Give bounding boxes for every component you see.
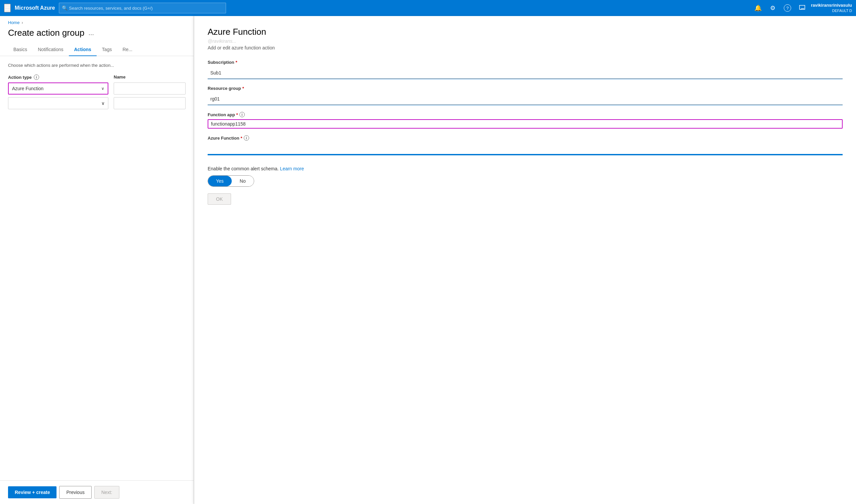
action-type-info-icon[interactable]: i <box>34 74 39 80</box>
tab-content: Choose which actions are performed when … <box>0 56 194 480</box>
right-panel: Azure Function @ravikirans... Add or edi… <box>194 16 856 504</box>
user-profile[interactable]: ravikiransrinivasulu DEFAULT D <box>811 3 852 13</box>
tab-tags[interactable]: Tags <box>97 43 117 56</box>
main-layout: Home › Create action group ... Basics No… <box>0 16 856 504</box>
action-type-dropdown-empty[interactable]: ∨ <box>8 97 108 109</box>
azure-function-field: Azure Function * i <box>208 135 843 155</box>
search-bar[interactable]: 🔍 <box>59 3 226 13</box>
action-type-header: Action type i <box>8 74 108 80</box>
action-type-dropdown[interactable]: Azure Function ∨ <box>8 83 108 94</box>
previous-button[interactable]: Previous <box>59 486 91 499</box>
azure-function-required: * <box>241 136 242 141</box>
function-app-required: * <box>236 112 238 117</box>
toggle-yes[interactable]: Yes <box>208 176 232 186</box>
function-app-field: Function app * i <box>208 112 843 129</box>
toggle-group: Yes No <box>208 175 254 187</box>
resource-group-input[interactable] <box>208 93 843 105</box>
function-app-highlight-box <box>208 119 843 129</box>
next-button: Next: <box>94 486 119 499</box>
left-panel: Home › Create action group ... Basics No… <box>0 16 194 504</box>
toggle-no[interactable]: No <box>232 176 254 186</box>
tab-actions[interactable]: Actions <box>69 43 97 56</box>
resource-group-required: * <box>242 86 244 91</box>
schema-label: Enable the common alert schema. Learn mo… <box>208 166 843 172</box>
tab-review[interactable]: Re... <box>117 43 138 56</box>
action-row-2: ∨ <box>8 97 186 109</box>
action-row-1: Azure Function ∨ <box>8 83 186 94</box>
schema-section: Enable the common alert schema. Learn mo… <box>208 166 843 205</box>
flyout-subtitle: Add or edit azure function action <box>208 45 843 50</box>
azure-function-info-icon[interactable]: i <box>244 135 249 141</box>
menu-icon[interactable]: ☰ <box>4 4 11 12</box>
subscription-required: * <box>235 60 237 65</box>
page-title: Create action group <box>8 28 84 38</box>
notifications-icon[interactable]: 🔔 <box>752 2 764 14</box>
page-title-row: Create action group ... <box>0 25 194 43</box>
function-app-input[interactable] <box>211 121 839 127</box>
function-app-info-icon[interactable]: i <box>239 112 245 117</box>
action-table-header: Action type i Name <box>8 74 186 80</box>
breadcrumb-home[interactable]: Home <box>8 20 20 25</box>
search-icon: 🔍 <box>62 5 68 11</box>
dropdown-chevron: ∨ <box>101 86 104 91</box>
action-name-input-1[interactable] <box>114 83 186 94</box>
topbar-icons: 🔔 ⚙ ? ravikiransrinivasulu DEFAULT D <box>752 2 852 14</box>
dropdown-empty-chevron: ∨ <box>101 101 105 106</box>
page-title-more-options[interactable]: ... <box>88 29 94 37</box>
azure-function-label: Azure Function * i <box>208 135 843 141</box>
resource-group-label: Resource group * <box>208 86 843 91</box>
user-tenant: DEFAULT D <box>811 8 852 13</box>
tab-description: Choose which actions are performed when … <box>8 63 186 68</box>
action-name-input-2[interactable] <box>114 97 186 109</box>
learn-more-link[interactable]: Learn more <box>280 166 304 172</box>
feedback-icon[interactable] <box>796 2 808 14</box>
search-input[interactable] <box>69 6 223 11</box>
help-icon[interactable]: ? <box>782 2 793 14</box>
brand-logo: Microsoft Azure <box>15 5 55 11</box>
tabs: Basics Notifications Actions Tags Re... <box>0 43 194 56</box>
subscription-input[interactable] <box>208 67 843 79</box>
ok-button: OK <box>208 193 231 205</box>
flyout-watermark: @ravikirans... <box>208 38 843 44</box>
name-col-header: Name <box>114 74 186 80</box>
resource-group-field: Resource group * <box>208 86 843 105</box>
tab-notifications[interactable]: Notifications <box>32 43 69 56</box>
function-app-label: Function app * i <box>208 112 843 117</box>
topbar: ☰ Microsoft Azure 🔍 🔔 ⚙ ? ravikiransrini… <box>0 0 856 16</box>
tab-basics[interactable]: Basics <box>8 43 32 56</box>
subscription-field: Subscription * <box>208 60 843 79</box>
flyout-title: Azure Function <box>208 27 843 37</box>
settings-icon[interactable]: ⚙ <box>767 2 779 14</box>
dropdown-selected-value: Azure Function <box>12 86 44 91</box>
review-create-button[interactable]: Review + create <box>8 486 56 498</box>
bottom-buttons: Review + create Previous Next: <box>0 480 194 504</box>
azure-function-input[interactable] <box>208 143 843 155</box>
subscription-label: Subscription * <box>208 60 843 65</box>
breadcrumb-separator: › <box>22 20 23 25</box>
breadcrumb: Home › <box>0 16 194 25</box>
username: ravikiransrinivasulu <box>811 3 852 8</box>
